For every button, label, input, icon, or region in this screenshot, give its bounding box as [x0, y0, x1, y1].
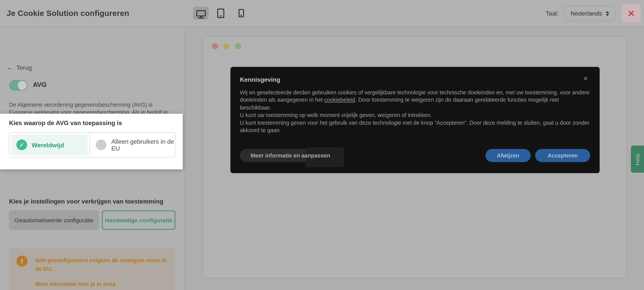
compliance-warning-box: ! Niet geconfigureerd volgens de strengs… [9, 248, 175, 290]
help-tab-label: Help [634, 153, 640, 165]
preview-area: Kennisgeving ✕ Wij en geselecteerde derd… [185, 27, 644, 290]
gdpr-toggle[interactable] [9, 80, 28, 91]
consent-section-title: Kies je instellingen voor verkrijgen van… [9, 198, 174, 205]
banner-paragraph-1: Wij en geselecteerde derden gebruiken co… [240, 89, 591, 112]
traffic-dot-green-icon [235, 43, 241, 49]
cookie-policy-link[interactable]: cookiebeleid [324, 97, 355, 103]
configurator-screen: Je Cookie Solution configureren Taal: Ne… [0, 0, 644, 290]
banner-accept-button[interactable]: Accepteren [535, 149, 590, 162]
scope-option-eu-only[interactable]: Alleen gebruikers in de EU [90, 133, 175, 157]
banner-paragraph-3: U kunt toestemming geven voor het gebrui… [240, 119, 591, 134]
gdpr-scope-section: Kies waarop de AVG van toepassing is ✓ W… [0, 114, 183, 170]
banner-body-text: Wij en geselecteerde derden gebruiken co… [240, 89, 591, 134]
page-title: Je Cookie Solution configureren [6, 0, 129, 27]
desktop-icon [196, 10, 206, 16]
back-link[interactable]: ← Terug [6, 64, 32, 71]
device-toggle-mobile[interactable] [233, 6, 249, 19]
cookie-banner-preview: Kennisgeving ✕ Wij en geselecteerde derd… [230, 67, 600, 173]
close-configurator-button[interactable]: ✕ [622, 4, 640, 23]
settings-sidebar: ← Terug AVG De Algemene verordening gege… [0, 27, 185, 290]
scope-option-eu-label: Alleen gebruikers in de EU [111, 138, 175, 152]
back-label: Terug [16, 64, 32, 71]
toggle-knob [18, 81, 27, 90]
traffic-dot-yellow-icon [224, 43, 230, 49]
scope-options-group: ✓ Wereldwijd Alleen gebruikers in de EU [9, 132, 175, 158]
scope-section-title: Kies waarop de AVG van toepassing is [9, 119, 122, 126]
scope-option-worldwide-cell: ✓ Wereldwijd [10, 133, 90, 157]
warning-icon: ! [16, 256, 28, 267]
close-icon: ✕ [628, 9, 635, 18]
tablet-icon [217, 8, 224, 18]
warning-exclamation: ! [21, 258, 23, 265]
language-select-value: Nederlands [570, 10, 602, 17]
manual-configuration-button[interactable]: Handmatige configuratie [102, 210, 175, 230]
scope-option-worldwide-label: Wereldwijd [32, 141, 64, 148]
device-toggle-desktop[interactable] [193, 6, 208, 19]
banner-paragraph-2: U kunt uw toestemming op welk moment vri… [240, 112, 591, 119]
gdpr-label: AVG [33, 81, 47, 89]
language-label: Taal: [546, 0, 558, 27]
header-bar: Je Cookie Solution configureren Taal: Ne… [0, 0, 644, 27]
banner-title: Kennisgeving [240, 76, 280, 83]
radio-unchecked-icon [96, 139, 106, 150]
browser-mockup: Kennisgeving ✕ Wij en geselecteerde derd… [202, 36, 627, 278]
language-select[interactable]: Nederlands [564, 6, 615, 21]
back-arrow-icon: ← [6, 64, 14, 71]
automated-configuration-button[interactable]: Geautomatiseerde configuratie [9, 210, 99, 230]
banner-reject-button[interactable]: Afwijzen [486, 149, 530, 162]
radio-checked-icon: ✓ [16, 139, 27, 150]
scope-option-worldwide[interactable]: ✓ Wereldwijd [12, 135, 88, 155]
device-toggle-tablet[interactable] [213, 6, 228, 19]
traffic-dot-red-icon [212, 43, 218, 49]
help-tab[interactable]: Help [631, 146, 644, 173]
warning-more-info: Meer informatie lees je in onze cookieve… [35, 280, 171, 290]
mobile-icon [238, 9, 244, 17]
warning-more-info-prefix: Meer informatie lees je in onze [35, 281, 116, 287]
warning-message: Niet geconfigureerd volgens de strengste… [35, 257, 171, 274]
highlight-artifact [306, 147, 344, 167]
select-arrows-icon [606, 11, 609, 16]
banner-close-icon[interactable]: ✕ [583, 75, 588, 82]
